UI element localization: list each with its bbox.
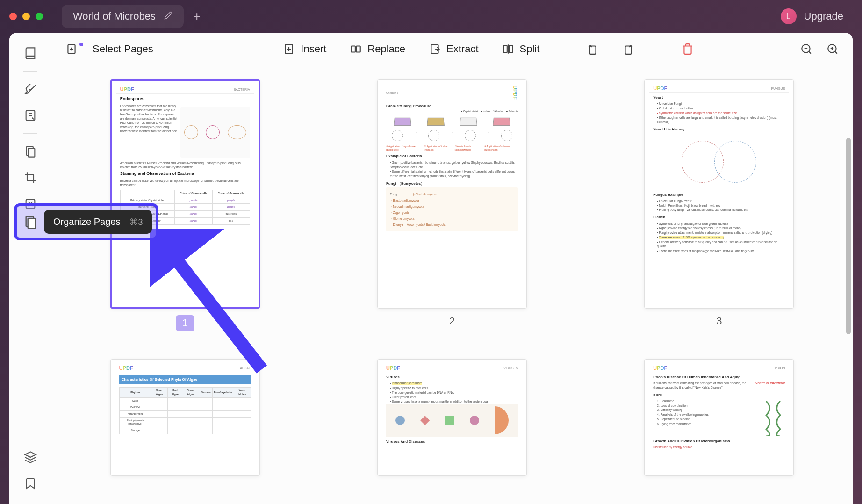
split-label: Split: [520, 43, 540, 55]
divider: [23, 71, 37, 72]
divider: [563, 42, 563, 56]
page-thumb-6[interactable]: UPDFPRION Prion's Disease Of Human Inher…: [604, 359, 834, 476]
upgrade-button[interactable]: Upgrade: [804, 10, 843, 22]
split-button[interactable]: Split: [502, 43, 540, 55]
indicator-dot: [79, 43, 83, 46]
document-tab[interactable]: World of Microbes: [62, 5, 184, 28]
sidebar-bookmark[interactable]: [19, 472, 42, 495]
page-thumb-2[interactable]: Chapter 5UPDF Gram Staining Procedure ■ …: [337, 79, 567, 331]
svg-rect-8: [356, 46, 360, 52]
page-number: 2: [449, 315, 455, 327]
page-thumb-3[interactable]: UPDFFUNGUS Yeast • Unicellular Fungi • C…: [604, 79, 834, 331]
insert-label: Insert: [301, 43, 326, 55]
svg-marker-4: [25, 452, 36, 457]
svg-rect-23: [28, 218, 36, 228]
zoom-in-button[interactable]: [826, 43, 839, 55]
extract-label: Extract: [446, 43, 478, 55]
svg-rect-10: [503, 45, 507, 52]
svg-line-16: [809, 51, 811, 54]
scrollbar-thumb[interactable]: [846, 138, 851, 334]
divider: [23, 133, 37, 134]
sidebar-edit[interactable]: [19, 104, 42, 127]
user-avatar[interactable]: L: [781, 8, 797, 24]
page-thumb-5[interactable]: UPDFVIRUSES Viruses • Intracellular para…: [337, 359, 567, 476]
replace-button[interactable]: Replace: [350, 43, 405, 55]
sidebar-layers[interactable]: [19, 446, 42, 468]
sidebar-highlighter[interactable]: [19, 78, 42, 101]
add-tab-button[interactable]: +: [193, 9, 201, 24]
svg-rect-2: [28, 148, 35, 157]
arrow-annotation: [150, 229, 271, 379]
rotate-right-button[interactable]: [622, 43, 634, 55]
svg-line-25: [164, 243, 262, 369]
replace-label: Replace: [367, 43, 405, 55]
select-pages-label: Select Pages: [93, 43, 153, 55]
insert-button[interactable]: Insert: [283, 43, 326, 55]
content-area: Select Pages Insert Replace Extract: [9, 33, 853, 504]
delete-button[interactable]: [682, 43, 694, 55]
svg-rect-14: [625, 46, 632, 54]
tooltip-shortcut: ⌘3: [129, 217, 143, 227]
sidebar-organize-pages[interactable]: [19, 140, 42, 163]
scrollbar[interactable]: [846, 138, 851, 495]
logo: UPDF: [120, 86, 134, 92]
divider: [658, 42, 658, 56]
tooltip-label: Organize Pages: [53, 216, 120, 227]
page-number: 3: [716, 315, 722, 327]
svg-rect-11: [509, 45, 513, 52]
maximize-window-button[interactable]: [36, 13, 43, 20]
edit-tab-icon[interactable]: [164, 11, 172, 22]
sidebar-crop[interactable]: [19, 166, 42, 189]
svg-line-19: [835, 51, 837, 54]
category: BACTERIA: [234, 88, 250, 91]
sidebar-reader-mode[interactable]: [19, 42, 42, 65]
minimize-window-button[interactable]: [22, 13, 30, 20]
select-pages-button[interactable]: Select Pages: [65, 43, 153, 55]
traffic-lights: [9, 13, 43, 20]
zoom-out-button[interactable]: [800, 43, 812, 55]
close-window-button[interactable]: [9, 13, 17, 20]
rotate-left-button[interactable]: [587, 43, 599, 55]
extract-button[interactable]: Extract: [429, 43, 478, 55]
organize-pages-icon: [21, 212, 40, 232]
svg-rect-13: [590, 46, 596, 54]
tab-title: World of Microbes: [73, 10, 156, 22]
svg-rect-7: [352, 46, 356, 52]
toolbar: Select Pages Insert Replace Extract: [51, 33, 853, 65]
tooltip-annotation: Organize Pages ⌘3: [14, 203, 158, 240]
titlebar: World of Microbes + L Upgrade: [0, 0, 862, 33]
sidebar: [9, 33, 51, 504]
